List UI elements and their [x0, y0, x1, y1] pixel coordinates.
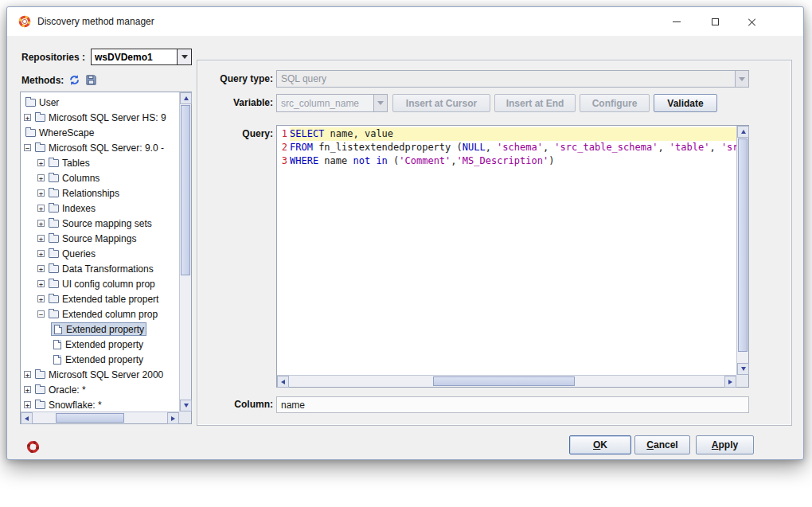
query-type-label: Query type: — [197, 73, 273, 84]
tree-item[interactable]: +Data Transformations — [21, 261, 179, 276]
tree-item-label: Extended column prop — [62, 309, 158, 320]
help-ring-icon[interactable] — [26, 440, 40, 454]
variable-combobox[interactable]: src_column_name — [276, 94, 388, 112]
tree-node: User — [24, 96, 61, 109]
chevron-down-icon — [182, 55, 188, 59]
tree-item[interactable]: +Tables — [21, 155, 179, 170]
save-icon[interactable] — [85, 74, 97, 86]
tree-item[interactable]: Extended property — [21, 322, 179, 337]
expander-icon[interactable]: + — [24, 401, 31, 408]
query-type-dropdown-button[interactable] — [735, 71, 748, 87]
editor-horizontal-scrollbar[interactable] — [277, 375, 736, 387]
tree-vertical-scrollbar[interactable] — [179, 92, 191, 411]
tree-item-label: Microsoft SQL Server HS: 9 — [49, 112, 166, 123]
method-tree[interactable]: User+Microsoft SQL Server HS: 9WhereScap… — [21, 92, 179, 411]
expander-icon[interactable]: + — [37, 280, 45, 287]
folder-icon — [49, 280, 59, 288]
maximize-button[interactable] — [699, 7, 731, 36]
editor-vscroll-thumb[interactable] — [738, 138, 748, 352]
refresh-icon[interactable] — [68, 74, 80, 86]
expander-icon[interactable]: + — [37, 265, 45, 272]
tree-item[interactable]: User — [21, 95, 179, 110]
repository-dropdown-button[interactable] — [177, 49, 191, 64]
tree-item[interactable]: +Microsoft SQL Server HS: 9 — [21, 110, 179, 125]
tree-item[interactable]: +Indexes — [21, 201, 179, 216]
tree-item[interactable]: +Source Mappings — [21, 231, 179, 246]
tree-item-label: Extended property — [65, 354, 143, 365]
tree-node: Microsoft SQL Server: 9.0 - — [33, 141, 166, 154]
tree-hscroll-thumb[interactable] — [56, 413, 124, 423]
expander-icon[interactable]: − — [24, 144, 31, 151]
scroll-right-button[interactable] — [724, 376, 736, 388]
tree-item[interactable]: WhereScape — [21, 125, 179, 140]
lifebuoy-icon — [18, 15, 31, 28]
tree-node: Data Transformations — [47, 262, 156, 275]
scroll-up-button[interactable] — [737, 126, 749, 138]
expander-icon[interactable]: + — [37, 174, 45, 181]
expander-icon[interactable]: + — [24, 114, 31, 121]
tree-item[interactable]: +UI config column prop — [21, 276, 179, 291]
tree-item[interactable]: Extended property — [21, 352, 179, 367]
column-field[interactable]: name — [276, 396, 749, 413]
minimize-button[interactable] — [661, 7, 693, 36]
editor-hscroll-thumb[interactable] — [433, 376, 575, 386]
tree-item[interactable]: +Relationships — [21, 185, 179, 201]
ok-button[interactable]: OK — [569, 435, 631, 454]
variable-dropdown-button[interactable] — [373, 95, 387, 111]
expander-icon[interactable]: + — [37, 235, 45, 242]
tree-item[interactable]: +Snowflake: * — [21, 397, 179, 411]
tree-node: Extended property — [51, 337, 146, 351]
folder-icon — [25, 99, 36, 107]
tree-horizontal-scrollbar[interactable] — [21, 411, 179, 423]
configure-button[interactable]: Configure — [580, 94, 650, 112]
titlebar[interactable]: Discovery method manager — [7, 7, 803, 36]
query-type-field[interactable]: SQL query — [276, 70, 749, 88]
tree-item[interactable]: +Oracle: * — [21, 382, 179, 397]
expander-icon[interactable]: + — [37, 159, 45, 166]
tree-item[interactable]: +Extended table propert — [21, 291, 179, 306]
column-value: name — [277, 400, 748, 411]
scroll-up-button[interactable] — [180, 92, 192, 104]
tree-node: Extended property — [51, 322, 146, 336]
query-editor-code[interactable]: 1SELECT name, value2FROM fn_listextended… — [277, 126, 736, 375]
tree-item[interactable]: −Extended column prop — [21, 306, 179, 322]
tree-item[interactable]: −Microsoft SQL Server: 9.0 - — [21, 140, 179, 155]
query-editor[interactable]: 1SELECT name, value2FROM fn_listextended… — [276, 125, 749, 388]
repository-combobox[interactable]: wsDVDemo1 — [91, 49, 192, 65]
expander-icon[interactable]: + — [24, 371, 31, 378]
apply-button[interactable]: Apply — [696, 435, 754, 454]
expander-icon[interactable]: + — [24, 386, 31, 393]
scroll-down-button[interactable] — [737, 363, 749, 375]
column-label: Column: — [197, 399, 273, 410]
expander-icon[interactable]: + — [37, 220, 45, 227]
expander-icon[interactable]: − — [37, 310, 45, 318]
tree-vscroll-thumb[interactable] — [181, 105, 190, 275]
editor-vertical-scrollbar[interactable] — [736, 126, 748, 375]
insert-at-end-button[interactable]: Insert at End — [494, 94, 576, 112]
expander-icon[interactable]: + — [37, 189, 45, 197]
tree-item[interactable]: +Queries — [21, 246, 179, 261]
tree-item[interactable]: +Source mapping sets — [21, 216, 179, 231]
cancel-button[interactable]: Cancel — [634, 435, 690, 454]
scroll-left-button[interactable] — [277, 376, 289, 388]
triangle-up-icon — [741, 130, 746, 134]
code-text: FROM fn_listextendedproperty (NULL, 'sch… — [290, 141, 736, 154]
validate-button[interactable]: Validate — [654, 94, 717, 112]
close-button[interactable] — [736, 7, 767, 36]
scroll-left-button[interactable] — [21, 412, 33, 424]
folder-icon — [49, 235, 59, 243]
folder-icon — [49, 174, 59, 182]
scroll-down-button[interactable] — [180, 400, 192, 411]
folder-icon — [49, 220, 59, 228]
tree-item[interactable]: +Columns — [21, 170, 179, 185]
expander-icon[interactable]: + — [37, 205, 45, 212]
chevron-down-icon — [377, 101, 384, 105]
variable-value: src_column_name — [277, 98, 373, 109]
scroll-right-button[interactable] — [167, 412, 179, 424]
expander-icon[interactable]: + — [37, 295, 45, 302]
expander-icon[interactable]: + — [37, 250, 45, 257]
tree-item[interactable]: +Microsoft SQL Server 2000 — [21, 367, 179, 382]
tree-item[interactable]: Extended property — [21, 337, 179, 352]
folder-icon — [35, 144, 45, 152]
insert-at-cursor-button[interactable]: Insert at Cursor — [392, 94, 490, 112]
